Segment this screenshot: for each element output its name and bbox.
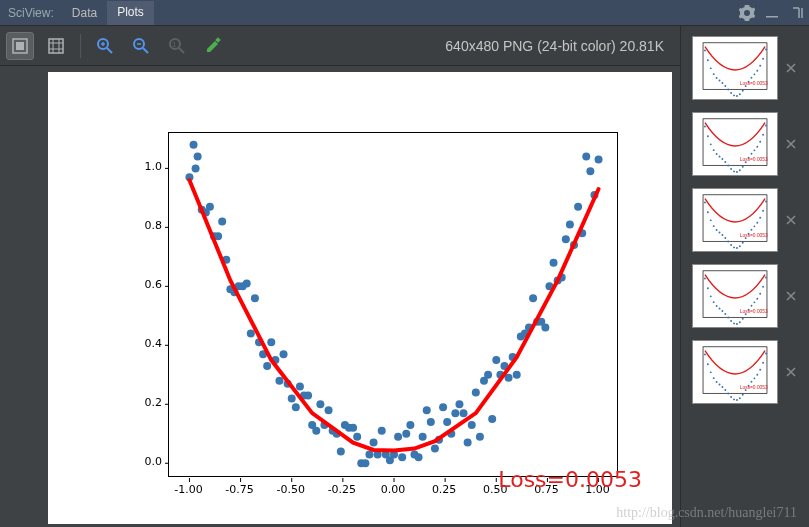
svg-point-140 (713, 73, 715, 75)
svg-point-246 (742, 394, 744, 396)
minimize-icon[interactable] (765, 6, 779, 20)
svg-point-244 (736, 399, 738, 401)
thumbnail[interactable]: Loss=0.0053 (692, 188, 778, 252)
svg-point-43 (218, 217, 226, 225)
svg-point-211 (710, 295, 712, 297)
fit-to-window-button[interactable] (6, 32, 34, 60)
thumbnail[interactable]: Loss=0.0053 (692, 112, 778, 176)
thumbnail-row: Loss=0.0053 (681, 106, 809, 182)
svg-point-162 (707, 135, 709, 137)
svg-point-210 (707, 287, 709, 289)
close-thumbnail-icon[interactable] (784, 213, 798, 227)
svg-line-13 (143, 48, 148, 53)
y-tick-label: 0.4 (132, 337, 162, 350)
svg-point-93 (423, 406, 431, 414)
svg-point-55 (267, 338, 275, 346)
svg-point-108 (484, 371, 492, 379)
svg-point-89 (406, 421, 414, 429)
svg-point-64 (304, 391, 312, 399)
actual-size-button[interactable] (42, 32, 70, 60)
loss-annotation: Loss=0.0053 (498, 467, 642, 492)
svg-point-215 (721, 310, 723, 312)
svg-point-206 (765, 201, 767, 203)
svg-point-191 (721, 234, 723, 236)
svg-point-230 (765, 277, 767, 279)
svg-point-128 (566, 220, 574, 228)
svg-point-196 (736, 247, 738, 249)
top-bar: SciView: Data Plots (0, 0, 809, 26)
svg-point-182 (765, 125, 767, 127)
y-tick-label: 0.6 (132, 278, 162, 291)
svg-point-161 (704, 126, 706, 128)
thumbnail[interactable]: Loss=0.0053 (692, 340, 778, 404)
svg-point-194 (730, 244, 732, 246)
svg-point-222 (742, 318, 744, 320)
tab-data[interactable]: Data (62, 2, 107, 24)
panel-title: SciView: (0, 6, 62, 20)
close-thumbnail-icon[interactable] (784, 61, 798, 75)
svg-point-241 (727, 393, 729, 395)
plot-viewport[interactable]: -1.00-0.75-0.50-0.250.000.250.500.751.00… (0, 66, 680, 527)
svg-point-142 (719, 80, 721, 82)
zoom-in-button[interactable] (91, 32, 119, 60)
svg-point-130 (574, 203, 582, 211)
svg-rect-0 (766, 16, 778, 18)
svg-point-236 (713, 377, 715, 379)
svg-point-110 (492, 356, 500, 364)
svg-point-237 (716, 381, 718, 383)
svg-point-170 (730, 168, 732, 170)
svg-line-16 (179, 48, 184, 53)
svg-point-226 (753, 301, 755, 303)
reset-zoom-button[interactable]: 1 (163, 32, 191, 60)
svg-point-174 (742, 166, 744, 168)
svg-point-225 (751, 305, 753, 307)
x-tick-label: -0.25 (322, 483, 362, 496)
thumbnail-row: Loss=0.0053 (681, 182, 809, 258)
svg-point-173 (739, 169, 741, 171)
thumbnail-sidebar[interactable]: Loss=0.0053 Loss=0.0053 (681, 26, 809, 527)
plot-image: -1.00-0.75-0.50-0.250.000.250.500.751.00… (48, 72, 672, 524)
svg-point-180 (759, 141, 761, 143)
svg-point-240 (724, 389, 726, 391)
zoom-out-button[interactable] (127, 32, 155, 60)
svg-point-104 (468, 421, 476, 429)
svg-rect-18 (215, 37, 221, 43)
svg-point-250 (753, 377, 755, 379)
thumbnail[interactable]: Loss=0.0053 (692, 36, 778, 100)
svg-point-169 (727, 165, 729, 167)
gear-icon[interactable] (739, 5, 755, 21)
svg-point-209 (704, 278, 706, 280)
svg-text:Loss=0.0053: Loss=0.0053 (740, 309, 768, 314)
svg-point-69 (325, 406, 333, 414)
svg-point-219 (733, 322, 735, 324)
svg-point-37 (194, 153, 202, 161)
svg-point-94 (427, 418, 435, 426)
svg-point-193 (727, 241, 729, 243)
svg-text:Loss=0.0053: Loss=0.0053 (740, 157, 768, 162)
hide-icon[interactable] (789, 6, 803, 20)
svg-point-139 (710, 67, 712, 69)
svg-point-243 (733, 398, 735, 400)
svg-point-86 (394, 433, 402, 441)
svg-point-164 (713, 149, 715, 151)
svg-point-36 (192, 164, 200, 172)
svg-point-101 (455, 400, 463, 408)
svg-point-198 (742, 242, 744, 244)
tab-plots[interactable]: Plots (107, 1, 154, 25)
svg-point-124 (550, 259, 558, 267)
svg-point-166 (719, 156, 721, 158)
svg-point-188 (713, 225, 715, 227)
thumbnail[interactable]: Loss=0.0053 (692, 264, 778, 328)
svg-point-51 (251, 294, 259, 302)
svg-point-76 (353, 433, 361, 441)
thumbnail-row: Loss=0.0053 (681, 334, 809, 410)
close-thumbnail-icon[interactable] (784, 365, 798, 379)
svg-point-233 (704, 354, 706, 356)
svg-text:Loss=0.0053: Loss=0.0053 (740, 233, 768, 238)
y-tick-label: 0.2 (132, 396, 162, 409)
close-thumbnail-icon[interactable] (784, 289, 798, 303)
svg-point-245 (739, 397, 741, 399)
svg-point-147 (733, 94, 735, 96)
color-picker-button[interactable] (199, 32, 227, 60)
close-thumbnail-icon[interactable] (784, 137, 798, 151)
